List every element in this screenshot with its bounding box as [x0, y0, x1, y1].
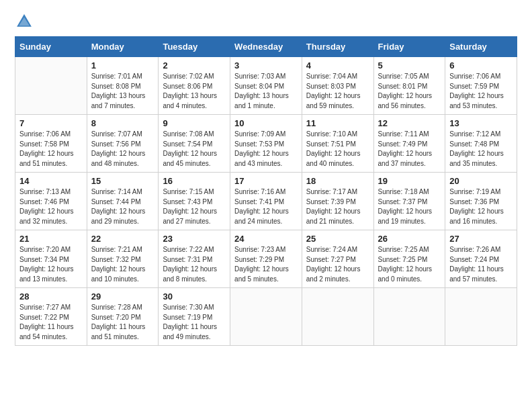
cell-sunset: Sunset: 7:37 PM: [378, 197, 441, 208]
cell-info: Sunrise: 7:04 AMSunset: 8:03 PMDaylight:…: [306, 72, 369, 111]
cell-info: Sunrise: 7:09 AMSunset: 7:53 PMDaylight:…: [234, 130, 298, 169]
cell-sunrise: Sunrise: 7:06 AM: [449, 72, 513, 82]
cell-sunset: Sunset: 7:29 PM: [234, 255, 298, 265]
cell-day-number: 8: [91, 118, 154, 128]
cell-day-number: 5: [378, 60, 441, 71]
calendar-cell: 10Sunrise: 7:09 AMSunset: 7:53 PMDayligh…: [230, 115, 302, 173]
cell-sunset: Sunset: 7:56 PM: [91, 140, 154, 150]
cell-sunrise: Sunrise: 7:28 AM: [91, 303, 154, 313]
week-row-3: 14Sunrise: 7:13 AMSunset: 7:46 PMDayligh…: [15, 173, 517, 230]
calendar-cell: 17Sunrise: 7:16 AMSunset: 7:41 PMDayligh…: [230, 173, 302, 230]
cell-daylight: Daylight: 13 hours and 1 minute.: [234, 91, 298, 111]
calendar-cell: 22Sunrise: 7:21 AMSunset: 7:32 PMDayligh…: [87, 230, 159, 288]
cell-daylight: Daylight: 12 hours and 43 minutes.: [234, 149, 298, 169]
cell-info: Sunrise: 7:19 AMSunset: 7:36 PMDaylight:…: [449, 187, 513, 226]
cell-sunrise: Sunrise: 7:08 AM: [163, 130, 226, 140]
cell-day-number: 17: [234, 176, 298, 186]
header: [15, 12, 517, 31]
cell-sunrise: Sunrise: 7:20 AM: [19, 245, 83, 255]
cell-daylight: Daylight: 12 hours and 8 minutes.: [163, 265, 226, 284]
cell-daylight: Daylight: 12 hours and 53 minutes.: [449, 91, 513, 111]
cell-sunrise: Sunrise: 7:15 AM: [163, 187, 226, 197]
cell-sunset: Sunset: 7:31 PM: [163, 255, 226, 265]
cell-daylight: Daylight: 12 hours and 2 minutes.: [306, 265, 369, 284]
cell-info: Sunrise: 7:05 AMSunset: 8:01 PMDaylight:…: [378, 72, 441, 111]
cell-sunrise: Sunrise: 7:12 AM: [449, 130, 513, 140]
cell-daylight: Daylight: 13 hours and 7 minutes.: [91, 91, 154, 111]
cell-sunset: Sunset: 7:20 PM: [91, 313, 154, 323]
cell-sunset: Sunset: 7:39 PM: [306, 197, 369, 208]
cell-info: Sunrise: 7:21 AMSunset: 7:32 PMDaylight:…: [91, 245, 154, 284]
cell-day-number: 19: [378, 176, 441, 186]
cell-daylight: Daylight: 12 hours and 45 minutes.: [163, 149, 226, 169]
cell-info: Sunrise: 7:24 AMSunset: 7:27 PMDaylight:…: [306, 245, 369, 284]
cell-sunset: Sunset: 7:58 PM: [19, 140, 83, 150]
cell-sunset: Sunset: 8:08 PM: [91, 82, 154, 92]
cell-sunset: Sunset: 8:04 PM: [234, 82, 298, 92]
calendar-cell: 12Sunrise: 7:11 AMSunset: 7:49 PMDayligh…: [373, 115, 445, 173]
cell-day-number: 4: [306, 60, 369, 71]
cell-info: Sunrise: 7:16 AMSunset: 7:41 PMDaylight:…: [234, 187, 298, 226]
calendar-cell: 6Sunrise: 7:06 AMSunset: 7:59 PMDaylight…: [445, 57, 517, 115]
cell-info: Sunrise: 7:23 AMSunset: 7:29 PMDaylight:…: [234, 245, 298, 284]
cell-day-number: 2: [163, 60, 226, 71]
cell-sunset: Sunset: 7:24 PM: [449, 255, 513, 265]
cell-day-number: 18: [306, 176, 369, 186]
cell-info: Sunrise: 7:01 AMSunset: 8:08 PMDaylight:…: [91, 72, 154, 111]
logo-icon: [15, 12, 34, 31]
cell-day-number: 3: [234, 60, 298, 71]
cell-daylight: Daylight: 11 hours and 49 minutes.: [163, 322, 226, 342]
cell-daylight: Daylight: 12 hours and 21 minutes.: [306, 207, 369, 226]
col-header-friday: Friday: [373, 37, 445, 57]
cell-day-number: 20: [449, 176, 513, 186]
cell-day-number: 7: [19, 118, 83, 128]
col-header-monday: Monday: [87, 37, 159, 57]
calendar-cell: 15Sunrise: 7:14 AMSunset: 7:44 PMDayligh…: [87, 173, 159, 230]
cell-sunrise: Sunrise: 7:03 AM: [234, 72, 298, 82]
cell-info: Sunrise: 7:22 AMSunset: 7:31 PMDaylight:…: [163, 245, 226, 284]
cell-daylight: Daylight: 11 hours and 54 minutes.: [19, 322, 83, 342]
calendar-cell: 30Sunrise: 7:30 AMSunset: 7:19 PMDayligh…: [159, 288, 230, 346]
cell-sunset: Sunset: 7:44 PM: [91, 197, 154, 208]
cell-daylight: Daylight: 12 hours and 13 minutes.: [19, 265, 83, 284]
cell-day-number: 23: [163, 234, 226, 244]
calendar-cell: 11Sunrise: 7:10 AMSunset: 7:51 PMDayligh…: [302, 115, 373, 173]
cell-sunset: Sunset: 7:34 PM: [19, 255, 83, 265]
cell-sunrise: Sunrise: 7:01 AM: [91, 72, 154, 82]
cell-daylight: Daylight: 12 hours and 56 minutes.: [378, 91, 441, 111]
cell-info: Sunrise: 7:28 AMSunset: 7:20 PMDaylight:…: [91, 303, 154, 342]
cell-daylight: Daylight: 13 hours and 4 minutes.: [163, 91, 226, 111]
col-header-sunday: Sunday: [15, 37, 87, 57]
calendar-cell: 23Sunrise: 7:22 AMSunset: 7:31 PMDayligh…: [159, 230, 230, 288]
cell-sunrise: Sunrise: 7:04 AM: [306, 72, 369, 82]
calendar-cell: 27Sunrise: 7:26 AMSunset: 7:24 PMDayligh…: [445, 230, 517, 288]
cell-daylight: Daylight: 12 hours and 19 minutes.: [378, 207, 441, 226]
cell-sunset: Sunset: 7:46 PM: [19, 197, 83, 208]
cell-sunset: Sunset: 7:27 PM: [306, 255, 369, 265]
cell-sunset: Sunset: 7:41 PM: [234, 197, 298, 208]
cell-day-number: 1: [91, 60, 154, 71]
page: SundayMondayTuesdayWednesdayThursdayFrid…: [0, 0, 532, 411]
cell-info: Sunrise: 7:08 AMSunset: 7:54 PMDaylight:…: [163, 130, 226, 169]
cell-info: Sunrise: 7:25 AMSunset: 7:25 PMDaylight:…: [378, 245, 441, 284]
cell-sunrise: Sunrise: 7:07 AM: [91, 130, 154, 140]
cell-sunset: Sunset: 7:59 PM: [449, 82, 513, 92]
cell-info: Sunrise: 7:11 AMSunset: 7:49 PMDaylight:…: [378, 130, 441, 169]
col-header-thursday: Thursday: [302, 37, 373, 57]
calendar-cell: 4Sunrise: 7:04 AMSunset: 8:03 PMDaylight…: [302, 57, 373, 115]
week-row-4: 21Sunrise: 7:20 AMSunset: 7:34 PMDayligh…: [15, 230, 517, 288]
cell-day-number: 14: [19, 176, 83, 186]
cell-sunrise: Sunrise: 7:21 AM: [91, 245, 154, 255]
week-row-5: 28Sunrise: 7:27 AMSunset: 7:22 PMDayligh…: [15, 288, 517, 346]
col-header-wednesday: Wednesday: [230, 37, 302, 57]
cell-day-number: 24: [234, 234, 298, 244]
cell-daylight: Daylight: 12 hours and 37 minutes.: [378, 149, 441, 169]
calendar-cell: 18Sunrise: 7:17 AMSunset: 7:39 PMDayligh…: [302, 173, 373, 230]
cell-sunset: Sunset: 8:03 PM: [306, 82, 369, 92]
cell-sunrise: Sunrise: 7:24 AM: [306, 245, 369, 255]
cell-sunrise: Sunrise: 7:16 AM: [234, 187, 298, 197]
cell-sunrise: Sunrise: 7:23 AM: [234, 245, 298, 255]
cell-sunrise: Sunrise: 7:25 AM: [378, 245, 441, 255]
cell-info: Sunrise: 7:15 AMSunset: 7:43 PMDaylight:…: [163, 187, 226, 226]
cell-sunrise: Sunrise: 7:02 AM: [163, 72, 226, 82]
